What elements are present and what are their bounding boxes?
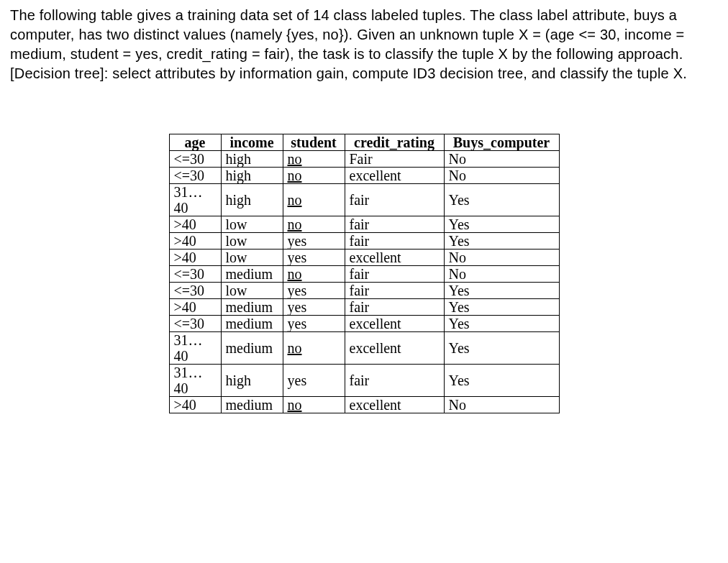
table-row: 31…40highyesfairYes	[169, 365, 559, 397]
cell-income: medium	[221, 299, 283, 316]
problem-paragraph: The following table gives a training dat…	[10, 7, 684, 62]
cell-student: yes	[283, 233, 345, 250]
cell-student: no	[283, 151, 345, 168]
cell-income: high	[221, 151, 283, 168]
cell-age: >40	[169, 233, 221, 250]
cell-income: low	[221, 283, 283, 299]
cell-credit_rating: excellent	[345, 316, 444, 332]
training-data-table: age income student credit_rating Buys_co…	[169, 134, 560, 413]
table-row: <=30mediumnofairNo	[169, 266, 559, 283]
table-header-row: age income student credit_rating Buys_co…	[169, 134, 559, 151]
cell-student: no	[283, 216, 345, 233]
cell-credit_rating: Fair	[345, 151, 444, 168]
cell-income: medium	[221, 332, 283, 365]
cell-credit_rating: excellent	[345, 250, 444, 266]
cell-age: <=30	[169, 283, 221, 299]
col-header-income: income	[221, 134, 283, 151]
table-row: >40lownofairYes	[169, 216, 559, 233]
cell-credit_rating: excellent	[345, 168, 444, 184]
cell-credit_rating: fair	[345, 266, 444, 283]
cell-buys_computer: Yes	[444, 316, 559, 332]
cell-income: medium	[221, 316, 283, 332]
cell-student: yes	[283, 316, 345, 332]
table-row: >40mediumyesfairYes	[169, 299, 559, 316]
cell-income: high	[221, 168, 283, 184]
cell-income: low	[221, 216, 283, 233]
cell-student: yes	[283, 283, 345, 299]
cell-credit_rating: fair	[345, 283, 444, 299]
cell-student: yes	[283, 299, 345, 316]
problem-statement: The following table gives a training dat…	[10, 6, 718, 83]
cell-age: <=30	[169, 151, 221, 168]
col-header-credit-rating: credit_rating	[345, 134, 444, 151]
cell-income: low	[221, 250, 283, 266]
table-row: >40lowyesexcellentNo	[169, 250, 559, 266]
cell-credit_rating: fair	[345, 233, 444, 250]
cell-buys_computer: No	[444, 151, 559, 168]
cell-age: >40	[169, 216, 221, 233]
cell-buys_computer: Yes	[444, 332, 559, 365]
cell-age: 31…40	[169, 332, 221, 365]
cell-age: >40	[169, 397, 221, 413]
cell-age: 31…40	[169, 184, 221, 216]
cell-income: high	[221, 184, 283, 216]
table-row: >40mediumnoexcellentNo	[169, 397, 559, 413]
table-row: <=30lowyesfairYes	[169, 283, 559, 299]
cell-credit_rating: fair	[345, 299, 444, 316]
cell-age: 31…40	[169, 365, 221, 397]
cell-income: medium	[221, 266, 283, 283]
table-row: <=30mediumyesexcellentYes	[169, 316, 559, 332]
cell-credit_rating: excellent	[345, 397, 444, 413]
decision-tree-instruction: [Decision tree]: select attributes by in…	[10, 65, 687, 81]
cell-student: no	[283, 397, 345, 413]
cell-credit_rating: fair	[345, 216, 444, 233]
cell-buys_computer: No	[444, 397, 559, 413]
cell-income: high	[221, 365, 283, 397]
cell-student: no	[283, 332, 345, 365]
table-row: 31…40highnofairYes	[169, 184, 559, 216]
col-header-buys-computer: Buys_computer	[444, 134, 559, 151]
cell-buys_computer: Yes	[444, 299, 559, 316]
cell-buys_computer: Yes	[444, 365, 559, 397]
cell-buys_computer: Yes	[444, 216, 559, 233]
cell-student: no	[283, 168, 345, 184]
table-row: <=30highnoFairNo	[169, 151, 559, 168]
table-row: >40lowyesfairYes	[169, 233, 559, 250]
cell-credit_rating: excellent	[345, 332, 444, 365]
cell-buys_computer: No	[444, 168, 559, 184]
cell-student: no	[283, 184, 345, 216]
cell-buys_computer: Yes	[444, 283, 559, 299]
cell-age: >40	[169, 299, 221, 316]
cell-income: low	[221, 233, 283, 250]
cell-credit_rating: fair	[345, 365, 444, 397]
cell-student: yes	[283, 250, 345, 266]
col-header-age: age	[169, 134, 221, 151]
cell-age: <=30	[169, 168, 221, 184]
cell-credit_rating: fair	[345, 184, 444, 216]
cell-student: yes	[283, 365, 345, 397]
cell-age: >40	[169, 250, 221, 266]
training-data-table-wrap: age income student credit_rating Buys_co…	[10, 134, 718, 413]
cell-age: <=30	[169, 316, 221, 332]
cell-buys_computer: Yes	[444, 233, 559, 250]
cell-buys_computer: Yes	[444, 184, 559, 216]
col-header-student: student	[283, 134, 345, 151]
cell-age: <=30	[169, 266, 221, 283]
cell-income: medium	[221, 397, 283, 413]
cell-buys_computer: No	[444, 266, 559, 283]
table-row: <=30highnoexcellentNo	[169, 168, 559, 184]
table-row: 31…40mediumnoexcellentYes	[169, 332, 559, 365]
cell-buys_computer: No	[444, 250, 559, 266]
cell-student: no	[283, 266, 345, 283]
